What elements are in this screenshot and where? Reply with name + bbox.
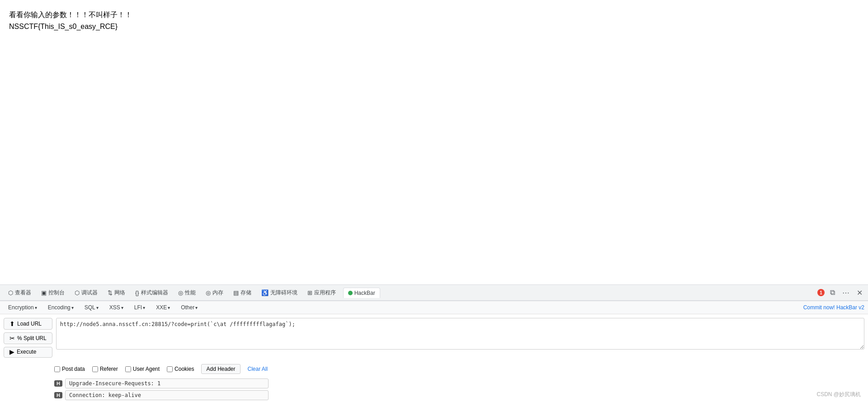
- tab-style-editor-label: 样式编辑器: [141, 289, 168, 297]
- tab-debugger[interactable]: ⬡ 调试器: [70, 287, 102, 298]
- hackbar-main: ⬆ Load URL ✂ % Split URL ▶ Execute http:…: [0, 314, 868, 361]
- post-data-checkbox[interactable]: [54, 366, 60, 372]
- menu-sql[interactable]: SQL ▾: [80, 303, 103, 312]
- post-data-checkbox-item[interactable]: Post data: [54, 366, 85, 372]
- tab-console-label: 控制台: [48, 289, 65, 297]
- split-url-button[interactable]: ✂ % Split URL: [4, 332, 52, 344]
- user-agent-checkbox[interactable]: [125, 366, 131, 372]
- cookies-checkbox-item[interactable]: Cookies: [167, 366, 194, 372]
- tab-accessibility-label: 无障碍环境: [270, 289, 297, 297]
- content-line1: 看看你输入的参数！！！不叫样子！！: [9, 9, 859, 21]
- commit-now-button[interactable]: Commit now! HackBar v2: [803, 304, 864, 311]
- header-row-2: H: [54, 390, 864, 400]
- browser-content: 看看你输入的参数！！！不叫样子！！ NSSCTF{This_IS_s0_easy…: [0, 0, 868, 284]
- more-options-icon[interactable]: ⋯: [840, 287, 851, 299]
- console-icon: ▣: [41, 289, 47, 296]
- tab-debugger-label: 调试器: [81, 289, 98, 297]
- hackbar-headers-list: H H: [0, 377, 868, 402]
- menu-lfi[interactable]: LFI ▾: [130, 303, 150, 312]
- menu-xxe[interactable]: XXE ▾: [151, 303, 175, 312]
- applications-icon: ⊞: [307, 289, 312, 296]
- hackbar-menubar: Encryption ▾ Encoding ▾ SQL ▾ XSS ▾ LFI …: [0, 301, 868, 314]
- cookies-checkbox[interactable]: [167, 366, 173, 372]
- debugger-icon: ⬡: [75, 289, 80, 296]
- header-input-1[interactable]: [65, 378, 269, 388]
- menu-encoding[interactable]: Encoding ▾: [43, 303, 78, 312]
- tab-performance-label: 性能: [185, 289, 196, 297]
- xxe-chevron-icon: ▾: [168, 305, 170, 310]
- tab-inspect[interactable]: ⬡ 查看器: [4, 287, 36, 298]
- tab-accessibility[interactable]: ♿ 无障碍环境: [257, 287, 302, 298]
- referer-checkbox-item[interactable]: Referer: [92, 366, 118, 372]
- xss-chevron-icon: ▾: [121, 305, 123, 310]
- content-line2: NSSCTF{This_IS_s0_easy_RCE}: [9, 21, 859, 33]
- execute-button[interactable]: ▶ Execute: [4, 347, 52, 358]
- tab-storage-label: 存储: [241, 289, 251, 297]
- tab-hackbar[interactable]: HackBar: [343, 288, 380, 298]
- style-editor-icon: {}: [135, 289, 139, 296]
- load-url-button[interactable]: ⬆ Load URL: [4, 318, 52, 330]
- tab-network-label: 网络: [114, 289, 125, 297]
- inspect-icon: ⬡: [8, 289, 13, 296]
- menu-other[interactable]: Other ▾: [176, 303, 202, 312]
- tab-hackbar-label: HackBar: [354, 290, 375, 296]
- memory-icon: ◎: [206, 289, 211, 296]
- hackbar-dot-icon: [348, 291, 353, 295]
- add-header-button[interactable]: Add Header: [201, 364, 240, 374]
- header-row: H: [54, 378, 864, 388]
- network-icon: ⇅: [108, 289, 113, 296]
- url-input[interactable]: http://node5.anna.nssctf.cn:28815/?code=…: [56, 318, 864, 350]
- tab-console[interactable]: ▣ 控制台: [37, 287, 69, 298]
- header-tag-2: H: [54, 392, 62, 398]
- tab-network[interactable]: ⇅ 网络: [103, 287, 130, 298]
- clear-all-link[interactable]: Clear All: [248, 366, 268, 372]
- close-devtools-icon[interactable]: ✕: [855, 287, 864, 299]
- copy-icon[interactable]: ⧉: [828, 287, 837, 298]
- storage-icon: ▤: [233, 289, 239, 296]
- tab-memory[interactable]: ◎ 内存: [201, 287, 228, 298]
- tab-performance[interactable]: ◎ 性能: [174, 287, 200, 298]
- hackbar-options: Post data Referer User Agent Cookies Add…: [0, 361, 868, 377]
- devtools-tabbar: ⬡ 查看器 ▣ 控制台 ⬡ 调试器 ⇅ 网络 {} 样式编辑器 ◎ 性能 ◎ 内…: [0, 284, 868, 301]
- user-agent-checkbox-item[interactable]: User Agent: [125, 366, 160, 372]
- other-chevron-icon: ▾: [195, 305, 198, 310]
- header-tag-1: H: [54, 380, 62, 387]
- tab-applications[interactable]: ⊞ 应用程序: [303, 287, 340, 298]
- load-url-icon: ⬆: [9, 320, 15, 327]
- sql-chevron-icon: ▾: [96, 305, 99, 310]
- tab-storage[interactable]: ▤ 存储: [229, 287, 256, 298]
- devtools-right-controls: 1 ⧉ ⋯ ✕: [817, 287, 864, 299]
- menu-encryption[interactable]: Encryption ▾: [4, 303, 42, 312]
- accessibility-icon: ♿: [261, 289, 269, 296]
- tab-style-editor[interactable]: {} 样式编辑器: [131, 287, 173, 298]
- header-input-2[interactable]: [65, 390, 269, 400]
- encoding-chevron-icon: ▾: [71, 305, 74, 310]
- referer-checkbox[interactable]: [92, 366, 98, 372]
- hackbar-panel: Encryption ▾ Encoding ▾ SQL ▾ XSS ▾ LFI …: [0, 301, 868, 402]
- execute-icon: ▶: [9, 348, 14, 355]
- menu-xss[interactable]: XSS ▾: [105, 303, 128, 312]
- hackbar-action-buttons: ⬆ Load URL ✂ % Split URL ▶ Execute: [4, 318, 52, 358]
- split-url-icon: ✂: [9, 335, 15, 342]
- hackbar-url-area: http://node5.anna.nssctf.cn:28815/?code=…: [56, 318, 864, 358]
- error-badge: 1: [817, 289, 825, 296]
- encryption-chevron-icon: ▾: [35, 305, 37, 310]
- tab-memory-label: 内存: [212, 289, 223, 297]
- lfi-chevron-icon: ▾: [143, 305, 145, 310]
- performance-icon: ◎: [178, 289, 183, 296]
- watermark: CSDN @妙尻璃机: [816, 391, 861, 398]
- tab-applications-label: 应用程序: [314, 289, 336, 297]
- tab-inspect-label: 查看器: [15, 289, 31, 297]
